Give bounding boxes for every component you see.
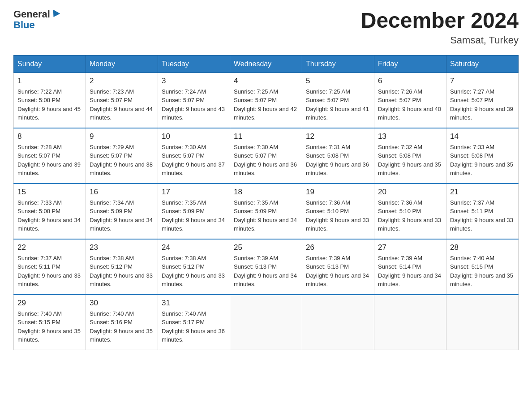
day-info: Sunrise: 7:40 AM Sunset: 5:17 PM Dayligh… [162, 309, 226, 344]
day-number: 31 [162, 299, 226, 308]
day-info: Sunrise: 7:39 AM Sunset: 5:13 PM Dayligh… [306, 254, 370, 289]
day-info: Sunrise: 7:40 AM Sunset: 5:15 PM Dayligh… [17, 309, 82, 344]
calendar-cell: 16 Sunrise: 7:34 AM Sunset: 5:09 PM Dayl… [86, 184, 158, 239]
calendar-cell: 20 Sunrise: 7:36 AM Sunset: 5:10 PM Dayl… [374, 184, 446, 239]
day-info: Sunrise: 7:37 AM Sunset: 5:11 PM Dayligh… [17, 254, 82, 289]
day-info: Sunrise: 7:25 AM Sunset: 5:07 PM Dayligh… [234, 87, 298, 122]
logo-triangle-icon [50, 10, 60, 19]
calendar-cell: 10 Sunrise: 7:30 AM Sunset: 5:07 PM Dayl… [158, 128, 230, 184]
calendar-cell: 24 Sunrise: 7:38 AM Sunset: 5:12 PM Dayl… [158, 239, 230, 295]
weekday-header-row: SundayMondayTuesdayWednesdayThursdayFrid… [14, 55, 519, 73]
weekday-header-saturday: Saturday [446, 55, 519, 73]
weekday-header-monday: Monday [86, 55, 158, 73]
day-info: Sunrise: 7:36 AM Sunset: 5:10 PM Dayligh… [378, 198, 442, 233]
day-info: Sunrise: 7:26 AM Sunset: 5:07 PM Dayligh… [378, 87, 442, 122]
weekday-header-sunday: Sunday [14, 55, 86, 73]
calendar-cell: 2 Sunrise: 7:23 AM Sunset: 5:07 PM Dayli… [86, 73, 158, 128]
day-number: 11 [234, 132, 298, 141]
calendar-cell: 5 Sunrise: 7:25 AM Sunset: 5:07 PM Dayli… [302, 73, 374, 128]
weekday-header-friday: Friday [374, 55, 446, 73]
calendar-cell: 9 Sunrise: 7:29 AM Sunset: 5:07 PM Dayli… [86, 128, 158, 184]
calendar-cell: 25 Sunrise: 7:39 AM Sunset: 5:13 PM Dayl… [230, 239, 302, 295]
day-number: 17 [162, 188, 226, 197]
calendar-cell: 13 Sunrise: 7:32 AM Sunset: 5:08 PM Dayl… [374, 128, 446, 184]
calendar-cell: 12 Sunrise: 7:31 AM Sunset: 5:08 PM Dayl… [302, 128, 374, 184]
day-number: 19 [306, 188, 370, 197]
day-number: 18 [234, 188, 298, 197]
day-info: Sunrise: 7:39 AM Sunset: 5:13 PM Dayligh… [234, 254, 298, 289]
calendar-cell: 6 Sunrise: 7:26 AM Sunset: 5:07 PM Dayli… [374, 73, 446, 128]
day-info: Sunrise: 7:30 AM Sunset: 5:07 PM Dayligh… [162, 143, 226, 178]
day-info: Sunrise: 7:38 AM Sunset: 5:12 PM Dayligh… [90, 254, 154, 289]
calendar-cell [446, 295, 519, 350]
day-number: 2 [90, 77, 154, 86]
day-number: 6 [378, 77, 442, 86]
calendar-week-1: 1 Sunrise: 7:22 AM Sunset: 5:08 PM Dayli… [14, 73, 519, 128]
day-info: Sunrise: 7:24 AM Sunset: 5:07 PM Dayligh… [162, 87, 226, 122]
calendar-cell: 30 Sunrise: 7:40 AM Sunset: 5:16 PM Dayl… [86, 295, 158, 350]
calendar-cell: 3 Sunrise: 7:24 AM Sunset: 5:07 PM Dayli… [158, 73, 230, 128]
day-number: 4 [234, 77, 298, 86]
day-info: Sunrise: 7:31 AM Sunset: 5:08 PM Dayligh… [306, 143, 370, 178]
calendar-week-2: 8 Sunrise: 7:28 AM Sunset: 5:07 PM Dayli… [14, 128, 519, 184]
day-number: 23 [90, 243, 154, 252]
calendar-subtitle: Samsat, Turkey [361, 34, 519, 46]
day-info: Sunrise: 7:28 AM Sunset: 5:07 PM Dayligh… [17, 143, 82, 178]
day-number: 5 [306, 77, 370, 86]
calendar-cell: 17 Sunrise: 7:35 AM Sunset: 5:09 PM Dayl… [158, 184, 230, 239]
calendar-cell: 27 Sunrise: 7:39 AM Sunset: 5:14 PM Dayl… [374, 239, 446, 295]
calendar-cell [302, 295, 374, 350]
weekday-header-thursday: Thursday [302, 55, 374, 73]
logo-general-text: General [13, 9, 50, 20]
calendar-cell: 31 Sunrise: 7:40 AM Sunset: 5:17 PM Dayl… [158, 295, 230, 350]
calendar-cell: 29 Sunrise: 7:40 AM Sunset: 5:15 PM Dayl… [14, 295, 86, 350]
day-info: Sunrise: 7:29 AM Sunset: 5:07 PM Dayligh… [90, 143, 154, 178]
day-info: Sunrise: 7:38 AM Sunset: 5:12 PM Dayligh… [162, 254, 226, 289]
logo: General Blue [13, 9, 59, 30]
day-info: Sunrise: 7:27 AM Sunset: 5:07 PM Dayligh… [450, 87, 515, 122]
calendar-cell: 7 Sunrise: 7:27 AM Sunset: 5:07 PM Dayli… [446, 73, 519, 128]
day-number: 1 [17, 77, 82, 86]
calendar-cell: 19 Sunrise: 7:36 AM Sunset: 5:10 PM Dayl… [302, 184, 374, 239]
day-info: Sunrise: 7:35 AM Sunset: 5:09 PM Dayligh… [234, 198, 298, 233]
day-number: 21 [450, 188, 515, 197]
weekday-header-tuesday: Tuesday [158, 55, 230, 73]
calendar-cell: 8 Sunrise: 7:28 AM Sunset: 5:07 PM Dayli… [14, 128, 86, 184]
weekday-header-wednesday: Wednesday [230, 55, 302, 73]
day-number: 28 [450, 243, 515, 252]
day-info: Sunrise: 7:39 AM Sunset: 5:14 PM Dayligh… [378, 254, 442, 289]
calendar-cell: 28 Sunrise: 7:40 AM Sunset: 5:15 PM Dayl… [446, 239, 519, 295]
day-number: 14 [450, 132, 515, 141]
day-info: Sunrise: 7:40 AM Sunset: 5:16 PM Dayligh… [90, 309, 154, 344]
day-number: 22 [17, 243, 82, 252]
day-number: 16 [90, 188, 154, 197]
calendar-cell: 14 Sunrise: 7:33 AM Sunset: 5:08 PM Dayl… [446, 128, 519, 184]
calendar-cell [230, 295, 302, 350]
day-info: Sunrise: 7:23 AM Sunset: 5:07 PM Dayligh… [90, 87, 154, 122]
calendar-cell: 22 Sunrise: 7:37 AM Sunset: 5:11 PM Dayl… [14, 239, 86, 295]
day-info: Sunrise: 7:33 AM Sunset: 5:08 PM Dayligh… [450, 143, 515, 178]
page-header: General Blue December 2024 Samsat, Turke… [13, 9, 519, 46]
day-number: 27 [378, 243, 442, 252]
logo-blue-text: Blue [13, 20, 59, 30]
day-number: 15 [17, 188, 82, 197]
day-number: 8 [17, 132, 82, 141]
day-info: Sunrise: 7:34 AM Sunset: 5:09 PM Dayligh… [90, 198, 154, 233]
day-info: Sunrise: 7:32 AM Sunset: 5:08 PM Dayligh… [378, 143, 442, 178]
calendar-cell: 1 Sunrise: 7:22 AM Sunset: 5:08 PM Dayli… [14, 73, 86, 128]
day-info: Sunrise: 7:22 AM Sunset: 5:08 PM Dayligh… [17, 87, 82, 122]
day-info: Sunrise: 7:33 AM Sunset: 5:08 PM Dayligh… [17, 198, 82, 233]
day-info: Sunrise: 7:37 AM Sunset: 5:11 PM Dayligh… [450, 198, 515, 233]
day-info: Sunrise: 7:36 AM Sunset: 5:10 PM Dayligh… [306, 198, 370, 233]
calendar-title: December 2024 [361, 9, 519, 33]
day-number: 30 [90, 299, 154, 308]
day-number: 12 [306, 132, 370, 141]
day-info: Sunrise: 7:35 AM Sunset: 5:09 PM Dayligh… [162, 198, 226, 233]
calendar-cell [374, 295, 446, 350]
calendar-cell: 18 Sunrise: 7:35 AM Sunset: 5:09 PM Dayl… [230, 184, 302, 239]
calendar-week-5: 29 Sunrise: 7:40 AM Sunset: 5:15 PM Dayl… [14, 295, 519, 350]
day-number: 24 [162, 243, 226, 252]
day-info: Sunrise: 7:40 AM Sunset: 5:15 PM Dayligh… [450, 254, 515, 289]
calendar-cell: 26 Sunrise: 7:39 AM Sunset: 5:13 PM Dayl… [302, 239, 374, 295]
day-number: 29 [17, 299, 82, 308]
